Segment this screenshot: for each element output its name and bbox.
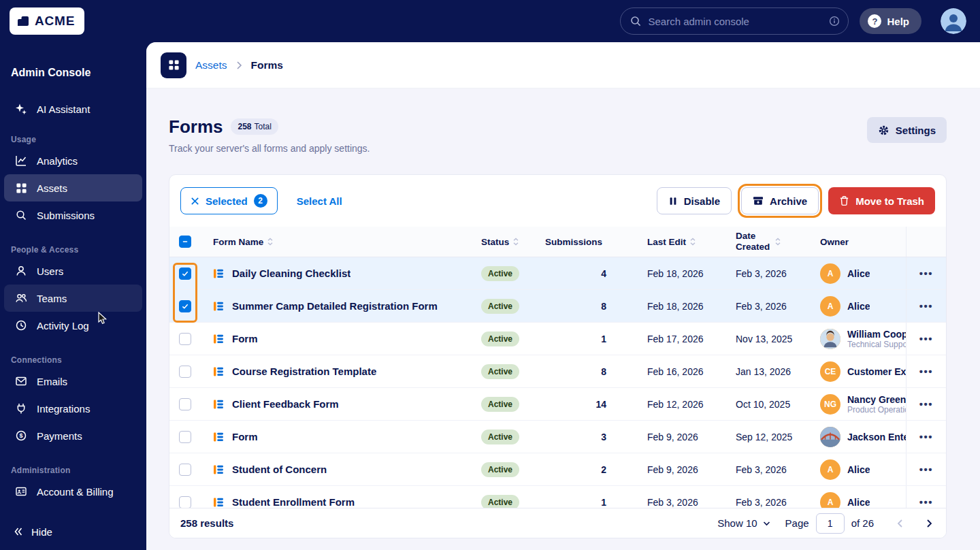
last-edit-date: Feb 17, 2026 bbox=[612, 334, 704, 344]
table-row[interactable]: Daily Cleaning Checklist Active 4 Feb 18… bbox=[169, 257, 946, 290]
row-checkbox[interactable] bbox=[179, 333, 191, 345]
form-name[interactable]: Form bbox=[232, 333, 258, 344]
topbar: ACME ? Help bbox=[0, 0, 980, 42]
owner-name: Alice bbox=[847, 301, 870, 312]
activity-log-icon bbox=[15, 319, 27, 331]
row-checkbox[interactable] bbox=[179, 366, 191, 378]
table-row[interactable]: Student of Concern Active 2 Feb 9, 2026 … bbox=[169, 453, 946, 486]
sidebar-item-users[interactable]: Users bbox=[4, 257, 142, 285]
svg-text:$: $ bbox=[19, 432, 22, 439]
column-header-date-created[interactable]: Date Created bbox=[704, 231, 790, 252]
sidebar-item-activity-log[interactable]: Activity Log bbox=[4, 312, 142, 339]
section-label-connections: Connections bbox=[11, 355, 135, 365]
settings-button[interactable]: Settings bbox=[867, 117, 947, 143]
row-checkbox[interactable] bbox=[179, 398, 191, 410]
help-button[interactable]: ? Help bbox=[860, 8, 921, 34]
form-icon bbox=[213, 268, 224, 279]
owner-name: William Cooper bbox=[847, 329, 906, 340]
sidebar-item-account-billing[interactable]: Account & Billing bbox=[4, 478, 142, 505]
bulk-actions-toolbar: Selected 2 Select All Disable Archive bbox=[169, 175, 946, 227]
page-size-dropdown[interactable]: Show 10 bbox=[717, 517, 770, 529]
sidebar-item-submissions[interactable]: Submissions bbox=[4, 201, 142, 229]
more-actions-button[interactable]: ••• bbox=[919, 300, 933, 312]
form-name[interactable]: Student of Concern bbox=[232, 464, 327, 475]
archive-button[interactable]: Archive bbox=[741, 187, 819, 214]
previous-page-button[interactable] bbox=[894, 516, 906, 531]
form-name[interactable]: Course Registration Template bbox=[232, 366, 376, 377]
clear-selection-button[interactable]: Selected 2 bbox=[180, 187, 278, 214]
trash-icon bbox=[839, 195, 849, 206]
select-all-link[interactable]: Select All bbox=[297, 195, 342, 207]
row-checkbox[interactable] bbox=[179, 268, 191, 280]
user-avatar[interactable] bbox=[941, 8, 966, 34]
info-icon[interactable] bbox=[829, 16, 840, 27]
select-all-checkbox[interactable] bbox=[179, 236, 191, 248]
table-row[interactable]: Form Active 3 Feb 9, 2026 Sep 12, 2025 J… bbox=[169, 421, 946, 453]
date-created: Feb 3, 2026 bbox=[704, 301, 790, 312]
column-header-last-edit[interactable]: Last Edit bbox=[612, 237, 704, 247]
main-panel: Assets Forms Forms 258 Total Track your … bbox=[146, 42, 980, 550]
sidebar: Admin Console AI Assistant Usage Analyti… bbox=[0, 42, 146, 550]
more-actions-button[interactable]: ••• bbox=[919, 431, 933, 442]
sidebar-item-emails[interactable]: Emails bbox=[4, 368, 142, 395]
admin-search bbox=[620, 7, 849, 35]
total-label: Total bbox=[255, 122, 272, 131]
table-row[interactable]: Form Active 1 Feb 17, 2026 Nov 13, 2025 … bbox=[169, 323, 946, 355]
form-name[interactable]: Daily Cleaning Checklist bbox=[232, 268, 350, 279]
search-input[interactable] bbox=[620, 7, 849, 35]
form-name[interactable]: Client Feedback Form bbox=[232, 398, 339, 410]
row-checkbox[interactable] bbox=[179, 431, 191, 443]
owner-name: Alice bbox=[847, 464, 870, 475]
submissions-count: 3 bbox=[546, 432, 612, 442]
more-actions-button[interactable]: ••• bbox=[919, 398, 933, 410]
sidebar-item-analytics[interactable]: Analytics bbox=[4, 147, 142, 174]
more-actions-button[interactable]: ••• bbox=[919, 366, 933, 377]
owner-subtitle: Product Operations bbox=[847, 405, 906, 415]
gear-icon bbox=[878, 125, 889, 136]
date-created: Sep 12, 2025 bbox=[704, 432, 790, 442]
more-actions-button[interactable]: ••• bbox=[919, 496, 933, 508]
last-edit-date: Feb 16, 2026 bbox=[612, 366, 704, 377]
more-actions-button[interactable]: ••• bbox=[919, 333, 933, 344]
sidebar-item-teams[interactable]: Teams bbox=[4, 285, 142, 312]
submissions-count: 4 bbox=[546, 268, 612, 279]
last-edit-date: Feb 12, 2026 bbox=[612, 399, 704, 410]
row-checkbox[interactable] bbox=[179, 496, 191, 508]
column-header-submissions[interactable]: Submissions bbox=[546, 237, 612, 247]
column-header-owner: Owner bbox=[790, 237, 906, 247]
form-name[interactable]: Form bbox=[232, 431, 258, 442]
row-checkbox[interactable] bbox=[179, 300, 191, 312]
sidebar-item-assets[interactable]: Assets bbox=[4, 174, 142, 201]
next-page-button[interactable] bbox=[924, 516, 935, 531]
table-row[interactable]: Course Registration Template Active 8 Fe… bbox=[169, 355, 946, 388]
table-row[interactable]: Client Feedback Form Active 14 Feb 12, 2… bbox=[169, 388, 946, 421]
column-header-status[interactable]: Status bbox=[473, 237, 546, 247]
disable-button[interactable]: Disable bbox=[657, 187, 732, 214]
sidebar-item-ai-assistant[interactable]: AI Assistant bbox=[4, 95, 142, 123]
page-number-input[interactable] bbox=[816, 513, 845, 534]
breadcrumb-assets-link[interactable]: Assets bbox=[195, 59, 227, 71]
column-header-form-name[interactable]: Form Name bbox=[201, 237, 473, 247]
assets-grid-icon bbox=[161, 52, 186, 78]
more-actions-button[interactable]: ••• bbox=[919, 268, 933, 279]
disable-label: Disable bbox=[684, 195, 720, 207]
date-created: Jan 13, 2026 bbox=[704, 366, 790, 377]
row-checkbox[interactable] bbox=[179, 464, 191, 476]
owner-name: Alice bbox=[847, 497, 870, 508]
hide-sidebar-button[interactable]: Hide bbox=[7, 521, 58, 542]
sidebar-item-label: Integrations bbox=[37, 403, 90, 415]
submissions-count: 1 bbox=[546, 497, 612, 508]
table-row[interactable]: Summer Camp Detailed Registration Form A… bbox=[169, 290, 946, 323]
more-actions-button[interactable]: ••• bbox=[919, 464, 933, 475]
sidebar-item-label: Users bbox=[37, 265, 63, 277]
form-name[interactable]: Student Enrollment Form bbox=[232, 496, 355, 508]
move-to-trash-button[interactable]: Move to Trash bbox=[828, 187, 935, 214]
actions-column-header bbox=[906, 227, 946, 257]
date-created: Feb 3, 2026 bbox=[704, 497, 790, 508]
form-name[interactable]: Summer Camp Detailed Registration Form bbox=[232, 300, 438, 312]
section-label-administration: Administration bbox=[11, 466, 135, 475]
form-icon bbox=[213, 432, 224, 442]
sidebar-item-integrations[interactable]: Integrations bbox=[4, 395, 142, 422]
sidebar-item-payments[interactable]: $ Payments bbox=[4, 422, 142, 449]
acme-logo[interactable]: ACME bbox=[10, 7, 84, 35]
